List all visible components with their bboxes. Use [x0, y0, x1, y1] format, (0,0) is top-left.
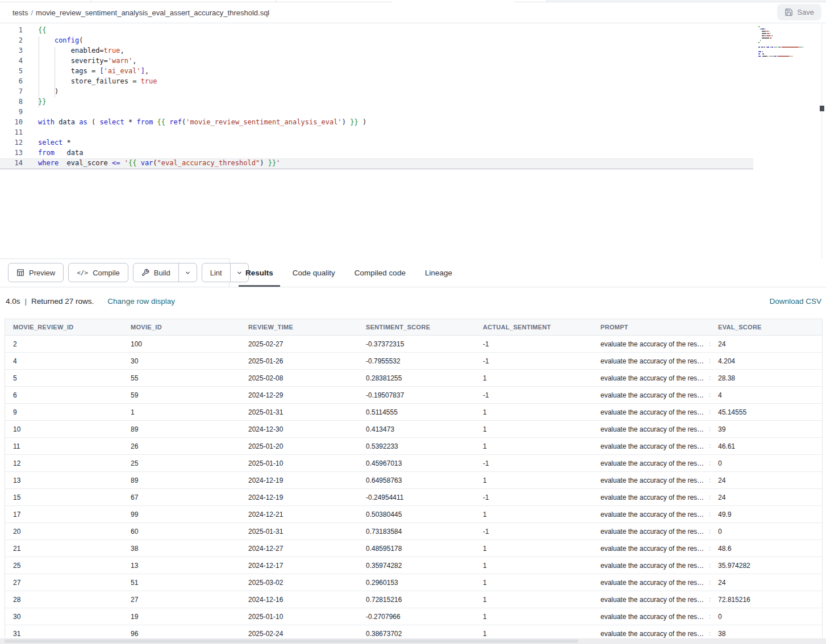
code-line[interactable]: store_failures = true: [38, 76, 366, 86]
cell-eval_score: 45.14555: [710, 408, 822, 416]
line-number: 1: [0, 25, 23, 35]
code-line[interactable]: }}: [38, 97, 366, 107]
cell-review_time: 2024-12-29: [240, 391, 358, 399]
cell-sentiment_score: 0.35974282: [358, 562, 475, 570]
cell-prompt: evaluate the accuracy of the res…: [593, 391, 710, 399]
cell-movie_review_id: 11: [5, 442, 123, 450]
action-buttons: Preview</>CompileBuildLint: [8, 263, 249, 282]
change-row-display-link[interactable]: Change row display: [107, 297, 175, 306]
minimap-line: [758, 26, 810, 28]
cell-eval_score: 24: [710, 340, 822, 348]
table-row: 6592024-12-29-0.19507837-1evaluate the a…: [5, 387, 822, 404]
tab-code-quality[interactable]: Code quality: [286, 258, 342, 287]
cell-prompt: evaluate the accuracy of the res…: [593, 562, 710, 570]
minimap-line: [758, 44, 810, 46]
lint-button-main[interactable]: Lint: [202, 264, 230, 282]
cell-sentiment_score: -0.37372315: [358, 340, 475, 348]
code-line[interactable]: enabled=true,: [38, 45, 366, 56]
compile-button-main[interactable]: </>Compile: [69, 264, 128, 282]
download-csv-link[interactable]: Download CSV: [769, 297, 821, 306]
code-line[interactable]: select *: [38, 137, 366, 148]
line-number: 10: [0, 117, 23, 127]
compile-label: Compile: [93, 269, 120, 277]
tab-strip-divider: [276, 0, 277, 2]
cell-actual_sentiment: 1: [475, 425, 593, 433]
prompt-text: evaluate the accuracy of the res…: [600, 545, 704, 553]
code-line[interactable]: ): [38, 86, 366, 97]
code-line[interactable]: severity='warn',: [38, 56, 366, 66]
cell-eval_score: 0: [710, 613, 822, 621]
cell-prompt: evaluate the accuracy of the res…: [593, 579, 710, 587]
line-number: 9: [0, 107, 23, 117]
cell-sentiment_score: 0.72815216: [358, 596, 475, 604]
table-row: 31962025-02-240.386737021evaluate the ac…: [5, 625, 822, 638]
code-line[interactable]: {{: [38, 25, 366, 35]
preview-button-main[interactable]: Preview: [9, 264, 63, 282]
cell-actual_sentiment: 1: [475, 579, 593, 587]
prompt-text: evaluate the accuracy of the res…: [600, 528, 704, 536]
code-line[interactable]: where eval_score <= '{{ var("eval_accura…: [38, 158, 366, 168]
cell-review_time: 2024-12-16: [240, 596, 358, 604]
cell-actual_sentiment: 1: [475, 442, 593, 450]
build-dropdown-button[interactable]: [178, 264, 197, 282]
breadcrumb-root[interactable]: tests: [12, 9, 28, 17]
cell-movie_review_id: 9: [5, 408, 123, 416]
cell-movie_id: 1: [123, 408, 240, 416]
table-row: 5552025-02-080.283812551evaluate the acc…: [5, 370, 822, 387]
code-editor[interactable]: 1234567891011121314 {{ config( enabled=t…: [0, 24, 826, 258]
prompt-text: evaluate the accuracy of the res…: [600, 459, 704, 467]
column-header-actual_sentiment[interactable]: ACTUAL_SENTIMENT: [475, 324, 593, 331]
prompt-text: evaluate the accuracy of the res…: [600, 357, 704, 365]
code-line[interactable]: tags = ['ai_eval'],: [38, 66, 366, 76]
table-row: 4302025-01-26-0.7955532-1evaluate the ac…: [5, 353, 822, 370]
code-line[interactable]: [38, 107, 366, 117]
save-button[interactable]: Save: [777, 4, 821, 20]
code-line[interactable]: from data: [38, 148, 366, 158]
query-duration: 4.0s: [6, 297, 20, 306]
cell-prompt: evaluate the accuracy of the res…: [593, 476, 710, 484]
minimap-line: [758, 42, 810, 44]
cell-movie_review_id: 17: [5, 511, 123, 518]
code-lines[interactable]: {{ config( enabled=true, severity='warn'…: [38, 25, 366, 168]
cell-review_time: 2024-12-19: [240, 494, 358, 501]
minimap-line: [758, 37, 810, 39]
code-line[interactable]: config(: [38, 35, 366, 45]
column-header-movie_review_id[interactable]: MOVIE_REVIEW_ID: [5, 324, 123, 331]
horizontal-scrollbar-track[interactable]: [0, 638, 826, 644]
cell-eval_score: 4.204: [710, 357, 822, 365]
table-body: 21002025-02-27-0.37372315-1evaluate the …: [5, 336, 822, 638]
line-number: 11: [0, 127, 23, 137]
cell-sentiment_score: -0.7955532: [358, 357, 475, 365]
tab-results[interactable]: Results: [239, 258, 280, 287]
column-header-review_time[interactable]: REVIEW_TIME: [240, 324, 358, 331]
prompt-text: evaluate the accuracy of the res…: [600, 579, 704, 587]
cell-actual_sentiment: 1: [475, 562, 593, 570]
code-line[interactable]: with data as ( select * from {{ ref('mov…: [38, 117, 366, 127]
prompt-text: evaluate the accuracy of the res…: [600, 340, 704, 348]
cell-actual_sentiment: 1: [475, 545, 593, 553]
cell-prompt: evaluate the accuracy of the res…: [593, 408, 710, 416]
prompt-text: evaluate the accuracy of the res…: [600, 562, 704, 570]
minimap-line: [758, 53, 810, 55]
editor-minimap[interactable]: [758, 26, 810, 58]
column-header-sentiment_score[interactable]: SENTIMENT_SCORE: [358, 324, 475, 331]
column-header-movie_id[interactable]: MOVIE_ID: [123, 324, 240, 331]
cell-eval_score: 49.9: [710, 511, 822, 518]
tab-lineage[interactable]: Lineage: [418, 258, 459, 287]
column-header-eval_score[interactable]: EVAL_SCORE: [710, 324, 822, 331]
breadcrumb-separator: /: [31, 9, 33, 17]
column-header-prompt[interactable]: PROMPT: [593, 324, 710, 331]
prompt-text: evaluate the accuracy of the res…: [600, 630, 704, 638]
build-button-main[interactable]: Build: [134, 264, 178, 282]
cell-movie_id: 26: [123, 442, 240, 450]
cell-review_time: 2025-02-24: [240, 630, 358, 638]
cell-sentiment_score: 0.45967013: [358, 459, 475, 467]
table-row: 15672024-12-19-0.24954411-1evaluate the …: [5, 489, 822, 506]
cell-actual_sentiment: 1: [475, 408, 593, 416]
cell-sentiment_score: 0.50380445: [358, 511, 475, 518]
tab-compiled-code[interactable]: Compiled code: [348, 258, 412, 287]
horizontal-scrollbar-thumb[interactable]: [5, 639, 578, 643]
cell-sentiment_score: 0.413473: [358, 425, 475, 433]
editor-scrollbar-thumb[interactable]: [820, 106, 824, 111]
code-line[interactable]: [38, 127, 366, 137]
